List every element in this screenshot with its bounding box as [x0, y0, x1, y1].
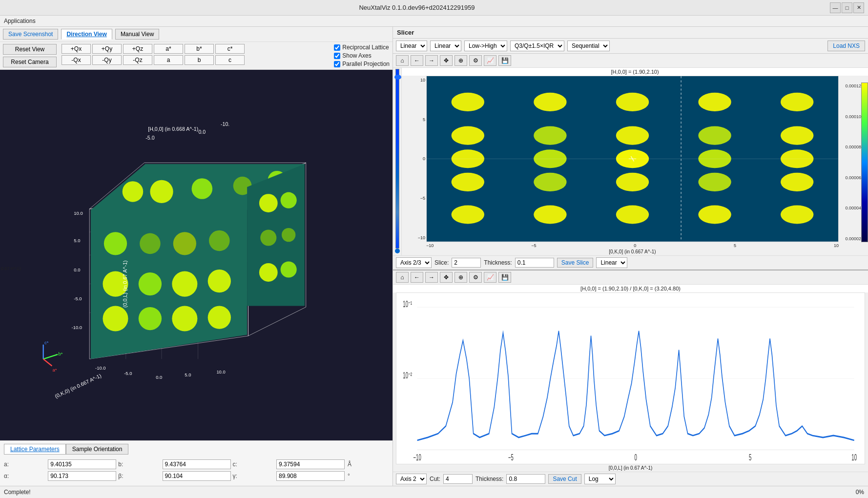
bottom-back-button[interactable]: ←: [411, 272, 423, 283]
minimize-button[interactable]: —: [830, 2, 841, 13]
top-plot-inner: 10 5 0 −5 −10 [0,0,L] (in 0.67 A^-1): [402, 76, 868, 242]
bottom-settings-button[interactable]: ⚙: [469, 272, 482, 283]
top-forward-button[interactable]: →: [425, 55, 438, 66]
slicer-dropdown-4[interactable]: Q3/Q±1.5×IQR: [510, 41, 564, 51]
statusbar: Complete! 0%: [0, 486, 868, 498]
checkbox-reciprocal-lattice[interactable]: Reciprocal Lattice: [334, 44, 390, 51]
dir-btn-neg-qy[interactable]: -Qy: [92, 55, 122, 65]
save-cut-button[interactable]: Save Cut: [548, 474, 581, 484]
slicer-dropdown-1[interactable]: LinearLog: [396, 41, 427, 51]
cut-input[interactable]: [443, 474, 473, 484]
gamma-input[interactable]: [276, 471, 345, 481]
save-screenshot-button[interactable]: Save Screenshot: [3, 29, 58, 40]
svg-point-80: [452, 173, 484, 191]
svg-text:-10.0: -10.0: [72, 325, 83, 330]
cut-label: Cut:: [430, 476, 440, 482]
svg-point-21: [172, 271, 197, 297]
top-plot-title: [H,0,0] = (1.90,2.10): [402, 68, 868, 76]
slicer-dropdown-2[interactable]: LinearLog: [430, 41, 461, 51]
dir-btn-pos-qx[interactable]: +Qx: [62, 44, 91, 54]
statusbar-text: Complete!: [4, 489, 31, 496]
slice-input[interactable]: [452, 258, 481, 268]
c-input[interactable]: [276, 459, 345, 469]
top-slider-thumb-bottom[interactable]: [395, 249, 400, 253]
svg-text:b*: b*: [58, 351, 62, 356]
tab-lattice-parameters[interactable]: Lattice Parameters: [4, 444, 66, 455]
tab-sample-orientation[interactable]: Sample Orientation: [66, 444, 129, 455]
dir-btn-b[interactable]: b: [185, 55, 214, 65]
load-nxs-button[interactable]: Load NXS: [827, 41, 865, 51]
svg-point-89: [781, 205, 813, 224]
save-slice-button[interactable]: Save Slice: [557, 258, 594, 268]
svg-point-85: [452, 205, 484, 224]
svg-point-40: [281, 192, 297, 208]
c-label: c:: [233, 461, 274, 468]
cut-thickness-input[interactable]: [506, 474, 545, 484]
checkbox-parallel-projection[interactable]: Parallel Projection: [334, 61, 390, 67]
svg-point-26: [209, 230, 230, 251]
top-settings-button[interactable]: ⚙: [469, 55, 482, 66]
reset-camera-button[interactable]: Reset Camera: [3, 57, 57, 67]
reset-view-button[interactable]: Reset View: [3, 44, 57, 55]
checkbox-show-axes[interactable]: Show Axes: [334, 52, 390, 59]
dir-row-negative: -Qx -Qy -Qz a b c: [62, 55, 245, 65]
alpha-input[interactable]: [48, 471, 116, 481]
svg-point-72: [616, 126, 649, 145]
slicer-dropdown-5[interactable]: SequentialDiverging: [567, 41, 610, 51]
cut-log-select[interactable]: LogLinear: [584, 474, 616, 484]
bottom-home-button[interactable]: ⌂: [396, 272, 409, 283]
dir-btn-bstar[interactable]: b*: [185, 44, 214, 54]
bottom-pan-button[interactable]: ✥: [440, 272, 453, 283]
dir-btn-c[interactable]: c: [215, 55, 245, 65]
tab-direction-view[interactable]: Direction View: [61, 29, 112, 40]
svg-point-86: [534, 205, 566, 224]
dir-btn-pos-qz[interactable]: +Qz: [123, 44, 152, 54]
bottom-plot-container[interactable]: 10⁻¹ 10⁻² −10 −5 0 5 10: [396, 292, 865, 465]
thickness-input[interactable]: [515, 258, 554, 268]
svg-text:0.0: 0.0: [198, 129, 206, 135]
a-input[interactable]: [48, 459, 116, 469]
bottom-save-button[interactable]: 💾: [498, 272, 511, 283]
tab-manual-view[interactable]: Manual View: [115, 29, 159, 40]
svg-point-81: [534, 173, 566, 191]
beta-input[interactable]: [163, 471, 231, 481]
b-input[interactable]: [163, 459, 231, 469]
slicer-dropdown-3[interactable]: Low->HighHigh->Low: [464, 41, 507, 51]
beta-label: β:: [118, 473, 160, 479]
top-save-button[interactable]: 💾: [498, 55, 511, 66]
applications-menu[interactable]: Applications: [4, 18, 36, 24]
titlebar-controls: — □ ✕: [830, 2, 864, 13]
svg-point-65: [452, 93, 484, 111]
maximize-button[interactable]: □: [842, 2, 852, 13]
dir-btn-neg-qz[interactable]: -Qz: [123, 55, 152, 65]
close-button[interactable]: ✕: [853, 2, 864, 13]
top-zoom-button[interactable]: ⊕: [455, 55, 467, 66]
dir-btn-astar[interactable]: a*: [154, 44, 183, 54]
top-plot-canvas[interactable]: [426, 76, 839, 242]
svg-point-84: [781, 173, 813, 191]
slice-linear-select[interactable]: LinearLog: [596, 257, 627, 268]
dir-btn-a[interactable]: a: [154, 55, 183, 65]
bottom-zoom-button[interactable]: ⊕: [455, 272, 467, 283]
axis-select[interactable]: Axis 2/3: [396, 257, 432, 268]
top-pan-button[interactable]: ✥: [440, 55, 453, 66]
b-label: b:: [118, 461, 160, 468]
top-slider-thumb-top[interactable]: [394, 75, 401, 80]
bottom-chart-button[interactable]: 📈: [484, 272, 496, 283]
top-chart-button[interactable]: 📈: [484, 55, 496, 66]
bottom-forward-button[interactable]: →: [425, 272, 438, 283]
top-home-button[interactable]: ⌂: [396, 55, 409, 66]
svg-point-30: [208, 306, 231, 329]
svg-text:0.0: 0.0: [74, 267, 80, 272]
svg-point-66: [534, 93, 566, 111]
dir-btn-cstar[interactable]: c*: [215, 44, 245, 54]
thickness-label: Thickness:: [484, 259, 512, 266]
slice-label: Slice:: [434, 259, 449, 266]
top-back-button[interactable]: ←: [411, 55, 423, 66]
cut-axis-select[interactable]: Axis 2: [396, 474, 427, 484]
top-colorbar-slider[interactable]: [393, 68, 402, 255]
dir-btn-neg-qx[interactable]: -Qx: [62, 55, 91, 65]
dir-btn-pos-qy[interactable]: +Qy: [92, 44, 122, 54]
3d-view[interactable]: -10. [H,0,0] (in 0.668 A^-1) -5.0 0.0: [0, 70, 393, 440]
svg-point-88: [698, 205, 731, 224]
